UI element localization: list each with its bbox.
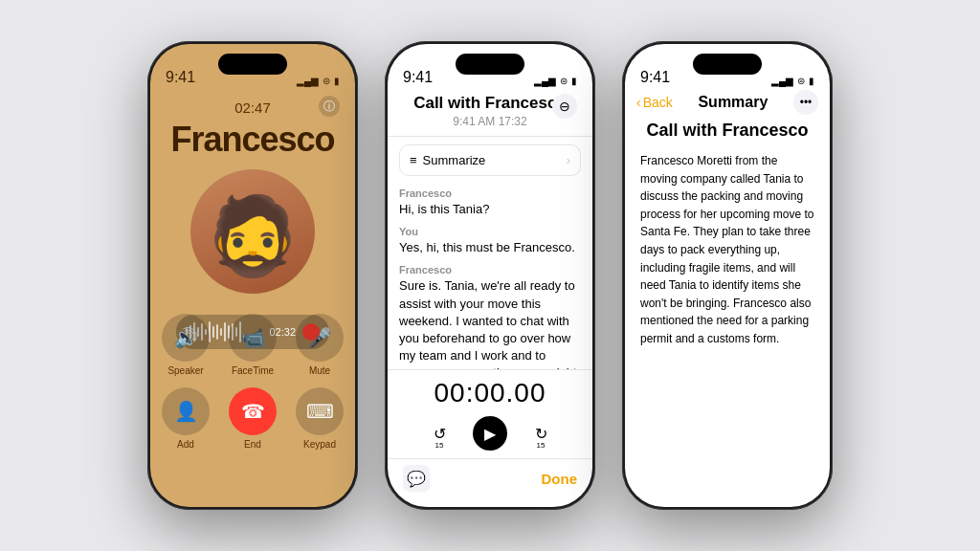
summarize-bar[interactable]: ≡ Summarize › [399,144,581,176]
mute-icon-circle: 🎤 [296,314,344,362]
signal-icon-3: ▂▄▆ [771,76,793,86]
speaker-button[interactable]: 🔊 Speaker [162,314,210,376]
add-button[interactable]: 👤 Add [162,387,210,450]
facetime-icon-circle: 📹 [229,314,277,362]
end-call-button[interactable]: ☎ End [229,387,277,450]
active-call-screen: 9:41 ▂▄▆ ⊜ ▮ ⓘ 02:47 Francesco 🧔 [150,44,355,507]
signal-icon-2: ▂▄▆ [534,76,556,86]
avatar-emoji: 🧔 [205,198,301,275]
status-icons-3: ▂▄▆ ⊜ ▮ [771,76,814,86]
facetime-button[interactable]: 📹 FaceTime [229,314,277,376]
summary-call-title: Call with Francesco [640,121,814,141]
avatar-circle: 🧔 [190,169,315,294]
skip-forward-button[interactable]: ↻15 [526,419,555,448]
summary-text: Francesco Moretti from the moving compan… [640,152,814,348]
transcript-msg-1: Francesco Hi, is this Tania? [399,187,581,218]
add-icon-circle: 👤 [162,387,210,435]
end-icon-circle: ☎ [229,387,277,435]
keypad-label: Keypad [303,439,336,450]
back-label: Back [643,95,673,110]
done-button[interactable]: Done [542,471,578,487]
summarize-label: Summarize [423,153,486,167]
keypad-icon-circle: ⌨ [296,387,344,435]
end-label: End [244,439,261,450]
facetime-label: FaceTime [232,365,274,376]
status-icons-1: ▂▄▆ ⊜ ▮ [297,76,340,86]
signal-icon: ▂▄▆ [297,76,319,86]
msg-text-2: Yes, hi, this must be Francesco. [399,239,581,256]
summarize-left: ≡ Summarize [410,153,485,167]
scene: 9:41 ▂▄▆ ⊜ ▮ ⓘ 02:47 Francesco 🧔 [0,0,980,551]
more-button[interactable]: ••• [793,90,818,115]
contact-name: Francesco [170,120,334,160]
transcript-body: Francesco Hi, is this Tania? You Yes, hi… [388,184,592,369]
msg-speaker-3: Francesco [399,264,581,276]
phone-2-shell: 9:41 ▂▄▆ ⊜ ▮ Call with Francesco 9:41 AM… [385,41,595,510]
transcript-title: Call with Francesco [403,94,577,113]
playback-controls: ↺15 ▶ ↻15 [403,416,577,451]
summary-nav: ‹ Back Summary ••• [625,90,830,115]
transcript-footer: 💬 Done [388,458,592,507]
phone-1-screen: 9:41 ▂▄▆ ⊜ ▮ ⓘ 02:47 Francesco 🧔 [150,44,355,507]
phone-3-screen: 9:41 ▂▄▆ ⊜ ▮ ‹ Back Summary ••• [625,44,830,507]
transcript-msg-2: You Yes, hi, this must be Francesco. [399,226,581,256]
phone-1-shell: 9:41 ▂▄▆ ⊜ ▮ ⓘ 02:47 Francesco 🧔 [147,41,358,510]
chevron-right-icon: › [567,153,570,167]
speaker-icon-circle: 🔊 [162,314,210,362]
mute-label: Mute [309,365,330,376]
back-button[interactable]: ‹ Back [636,95,673,110]
wifi-icon-2: ⊜ [560,76,568,86]
phone-3-shell: 9:41 ▂▄▆ ⊜ ▮ ‹ Back Summary ••• [622,41,833,510]
summarize-icon: ≡ [410,153,417,167]
share-icon[interactable]: ⊖ [552,94,577,119]
play-button[interactable]: ▶ [473,416,507,451]
playback-section: 00:00.00 ↺15 ▶ ↻15 [388,369,592,458]
phone-2-screen: 9:41 ▂▄▆ ⊜ ▮ Call with Francesco 9:41 AM… [388,44,592,507]
status-time-3: 9:41 [640,69,670,86]
speaker-label: Speaker [167,365,203,376]
wifi-icon-3: ⊜ [797,76,805,86]
summary-screen: 9:41 ▂▄▆ ⊜ ▮ ‹ Back Summary ••• [625,44,830,507]
transcript-date: 9:41 AM 17:32 [403,115,577,128]
call-timer: 02:47 [234,99,271,116]
playback-time: 00:00.00 [403,378,577,408]
chat-bubble-icon[interactable]: 💬 [403,465,430,492]
msg-speaker-1: Francesco [399,187,581,199]
status-time-2: 9:41 [403,69,433,86]
battery-icon-3: ▮ [809,76,814,86]
dynamic-island-3 [693,54,762,75]
nav-title: Summary [698,94,768,111]
keypad-button[interactable]: ⌨ Keypad [296,387,344,450]
skip-back-label: 15 [435,441,444,450]
battery-icon-2: ▮ [571,76,577,86]
msg-speaker-2: You [399,226,581,237]
controls-row-1: 🔊 Speaker 📹 FaceTime 🎤 Mute [162,314,344,376]
msg-text-3: Sure is. Tania, we're all ready to assis… [399,277,581,369]
wifi-icon: ⊜ [323,76,330,86]
mute-button[interactable]: 🎤 Mute [296,314,344,376]
chevron-left-icon: ‹ [636,95,641,110]
call-controls: 🔊 Speaker 📹 FaceTime 🎤 Mute [150,314,355,450]
skip-forward-label: 15 [537,441,546,450]
status-time-1: 9:41 [166,69,195,86]
controls-row-2: 👤 Add ☎ End ⌨ Keypad [162,387,344,450]
msg-text-1: Hi, is this Tania? [399,201,581,218]
status-icons-2: ▂▄▆ ⊜ ▮ [534,76,577,86]
dynamic-island-2 [456,54,524,75]
info-icon[interactable]: ⓘ [319,96,340,117]
skip-back-button[interactable]: ↺15 [425,419,454,448]
add-label: Add [177,439,194,450]
battery-icon: ▮ [334,76,340,86]
contact-avatar: 🧔 [190,169,315,303]
transcript-screen: 9:41 ▂▄▆ ⊜ ▮ Call with Francesco 9:41 AM… [388,44,592,507]
transcript-msg-3: Francesco Sure is. Tania, we're all read… [399,264,581,369]
dynamic-island-1 [218,54,287,75]
